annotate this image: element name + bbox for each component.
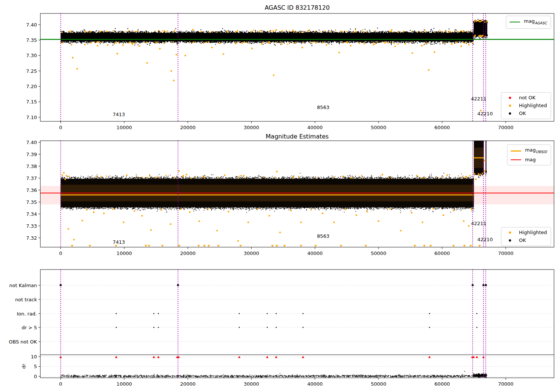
clipped-low-marker <box>161 245 164 247</box>
clipped-low-marker <box>365 245 367 247</box>
svg-text:7.36: 7.36 <box>26 187 37 193</box>
charts-canvas: 7413856342211422100100002000030000400005… <box>0 0 560 392</box>
flag-marker <box>153 327 155 328</box>
legend-item: magOBSID <box>511 147 547 155</box>
dr-clipped-high-marker <box>157 356 160 358</box>
flag-marker <box>267 313 268 314</box>
flag-marker <box>429 327 430 328</box>
clipped-low-marker <box>271 245 274 247</box>
clipped-low-marker <box>414 245 416 247</box>
svg-text:0: 0 <box>59 381 62 387</box>
clipped-low-marker <box>478 245 481 247</box>
dr-clipped-high-marker <box>428 356 431 358</box>
black-dot-swatch <box>509 112 511 115</box>
orange-dot-swatch <box>509 231 511 234</box>
svg-text:7.15: 7.15 <box>26 99 37 105</box>
clipped-low-marker <box>429 245 432 247</box>
legend-quality-plot1: not OK Highlighted OK <box>501 92 551 119</box>
svg-text:0: 0 <box>59 251 62 256</box>
clipped-low-marker <box>88 245 91 247</box>
legend-label: magAGASC <box>524 18 547 27</box>
clipped-low-marker <box>452 245 455 247</box>
obsid-annotation: 7413 <box>113 239 125 245</box>
legend-item: OK <box>505 110 547 117</box>
legend-label: OK <box>519 237 526 244</box>
obsid-annotation: 42210 <box>477 111 493 116</box>
legend-mag-agasc: magAGASC <box>506 16 551 29</box>
flag-marker <box>276 313 277 314</box>
clipped-low-marker <box>463 245 466 247</box>
svg-text:60000: 60000 <box>435 381 450 387</box>
flag-marker <box>116 327 117 328</box>
svg-text:7.40: 7.40 <box>26 140 37 145</box>
clipped-low-marker <box>217 245 220 247</box>
clipped-low-marker <box>203 245 206 247</box>
svg-text:30000: 30000 <box>244 125 259 130</box>
svg-text:0: 0 <box>59 125 62 130</box>
dr-clipped-high-marker <box>476 356 478 358</box>
flag-marker <box>267 327 268 328</box>
svg-text:7.30: 7.30 <box>26 53 37 58</box>
legend-label: Highlighted <box>519 229 547 236</box>
svg-text:7.33: 7.33 <box>26 223 37 229</box>
clipped-low-marker <box>283 245 286 247</box>
obsid-annotation: 42211 <box>471 221 486 226</box>
clipped-low-marker <box>314 245 317 247</box>
clipped-low-marker <box>340 245 342 247</box>
obsid-annotation: 42210 <box>477 237 493 242</box>
clipped-low-marker <box>197 245 200 247</box>
svg-text:10: 10 <box>31 354 37 360</box>
svg-text:7.35: 7.35 <box>26 37 37 43</box>
flag-marker <box>158 313 159 314</box>
svg-text:not Kalman: not Kalman <box>9 283 37 288</box>
red-line-swatch <box>511 159 521 160</box>
obsid-annotation: 7413 <box>113 112 125 117</box>
svg-text:7.32: 7.32 <box>26 235 37 241</box>
flag-marker <box>302 313 304 314</box>
legend-label: OK <box>519 110 526 117</box>
legend-item: Highlighted <box>505 102 547 109</box>
clipped-low-marker <box>208 245 210 247</box>
flag-marker <box>302 327 304 328</box>
orange-dot-swatch <box>509 105 511 107</box>
legend-item: mag <box>511 156 547 163</box>
clipped-low-marker <box>423 245 426 247</box>
svg-text:dr > 5: dr > 5 <box>22 325 37 330</box>
svg-text:40000: 40000 <box>307 251 323 256</box>
clipped-low-marker <box>148 245 150 247</box>
svg-text:10000: 10000 <box>116 125 132 130</box>
flag-marker <box>239 313 240 314</box>
dr-axis-label: dr <box>21 364 27 369</box>
legend-item: not OK <box>505 94 547 101</box>
svg-text:60000: 60000 <box>435 125 450 130</box>
svg-text:50000: 50000 <box>371 251 386 256</box>
svg-text:40000: 40000 <box>307 381 323 387</box>
plot3-frame <box>40 270 554 378</box>
obsid-annotation: 42211 <box>471 96 486 102</box>
plot3-axes: 010000200003000040000500006000070000not … <box>9 270 554 387</box>
flag-marker <box>153 313 155 314</box>
svg-text:50000: 50000 <box>371 381 386 387</box>
plot2-data <box>40 136 554 247</box>
svg-text:30000: 30000 <box>244 251 259 256</box>
svg-text:7.10: 7.10 <box>26 115 37 120</box>
svg-text:Ion. rad.: Ion. rad. <box>17 311 37 317</box>
svg-text:70000: 70000 <box>498 251 513 256</box>
svg-text:70000: 70000 <box>498 381 513 387</box>
svg-text:7.35: 7.35 <box>26 199 37 205</box>
flag-marker <box>116 313 117 314</box>
obsid-annotation: 8563 <box>317 233 329 239</box>
green-line-swatch <box>510 22 520 22</box>
flag-marker <box>276 327 277 328</box>
legend-label: not OK <box>519 94 535 101</box>
svg-text:5: 5 <box>34 364 37 369</box>
dr-clipped-high-marker <box>238 356 240 358</box>
svg-text:10000: 10000 <box>116 251 132 256</box>
dr-clipped-high-marker <box>302 356 304 358</box>
dr-clipped-high-marker <box>115 356 118 358</box>
svg-text:20000: 20000 <box>180 251 195 256</box>
legend-label: Highlighted <box>519 102 547 109</box>
svg-text:50000: 50000 <box>371 125 386 130</box>
clipped-low-marker <box>115 245 117 247</box>
svg-text:7.25: 7.25 <box>26 68 37 74</box>
